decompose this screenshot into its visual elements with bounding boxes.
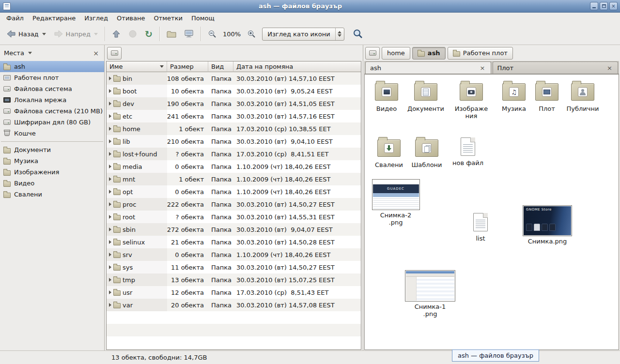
back-button[interactable]: Назад: [3, 27, 49, 41]
file-item-documents[interactable]: Документи: [405, 79, 446, 113]
sidebar-item-Файлова система[interactable]: Файлова система: [0, 83, 104, 94]
expander-icon[interactable]: [109, 139, 111, 143]
view-mode-select[interactable]: Изглед като икони: [262, 28, 344, 41]
close-button[interactable]: ×: [609, 2, 618, 10]
table-row-lost+found[interactable]: lost+found ? обекта Папка 17.03.2010 (ср…: [107, 148, 361, 160]
table-row-bin[interactable]: bin 108 обекта Папка 30.03.2010 (вт) 14,…: [107, 72, 361, 85]
expander-icon[interactable]: [109, 190, 111, 194]
tab-close-icon[interactable]: ×: [606, 65, 613, 71]
root-crumb-button[interactable]: [365, 47, 380, 60]
expander-icon[interactable]: [109, 303, 111, 307]
expander-icon[interactable]: [109, 102, 111, 106]
table-row-var[interactable]: var 20 обекта Папка 30.03.2010 (вт) 14,5…: [107, 299, 361, 311]
tab-close-icon[interactable]: ×: [479, 65, 486, 71]
sidebar-item-Работен плот[interactable]: Работен плот: [0, 72, 104, 83]
column-header-size[interactable]: Размер: [167, 61, 208, 72]
sidebar-item-Шифриран дял (80 GB)[interactable]: Шифриран дял (80 GB): [0, 117, 104, 128]
expander-icon[interactable]: [109, 265, 111, 269]
sidebar-title[interactable]: Места: [4, 49, 24, 57]
sidebar-item-Музика[interactable]: Музика: [0, 155, 104, 167]
zoom-in-button[interactable]: [244, 27, 259, 41]
expander-icon[interactable]: [109, 89, 111, 93]
expander-icon[interactable]: [109, 202, 111, 206]
sidebar-item-Файлова система (210 MB)[interactable]: Файлова система (210 MB): [0, 106, 104, 117]
table-row-sbin[interactable]: sbin 272 обекта Папка 30.03.2010 (вт) 9,…: [107, 223, 361, 236]
table-row-sys[interactable]: sys 11 обекта Папка 30.03.2010 (вт) 14,5…: [107, 261, 361, 273]
table-row-opt[interactable]: opt 0 обекта Папка 1.10.2009 (чт) 18,40,…: [107, 185, 361, 198]
home-button[interactable]: [163, 27, 180, 41]
sidebar-item-Изображения[interactable]: Изображения: [0, 167, 104, 178]
table-row-media[interactable]: media 0 обекта Папка 1.10.2009 (чт) 18,4…: [107, 160, 361, 173]
file-item-pictures[interactable]: Изображения: [450, 79, 493, 120]
tab-plot[interactable]: Плот ×: [493, 61, 619, 74]
table-row-lib[interactable]: lib 210 обекта Папка 30.03.2010 (вт) 9,0…: [107, 135, 361, 148]
expander-icon[interactable]: [109, 152, 111, 156]
table-row-mnt[interactable]: mnt 1 обект Папка 1.10.2009 (чт) 18,40,2…: [107, 173, 361, 185]
file-item-music[interactable]: Музика: [496, 79, 531, 113]
expander-icon[interactable]: [109, 177, 111, 181]
expander-icon[interactable]: [109, 215, 111, 219]
sidebar-item-Кошче[interactable]: Кошче: [0, 128, 104, 139]
tab-ash[interactable]: ash ×: [365, 61, 491, 74]
file-item-snimka-1[interactable]: Снимка-1.png: [402, 270, 459, 318]
table-row-proc[interactable]: proc 222 обекта Папка 30.03.2010 (вт) 14…: [107, 198, 361, 211]
table-row-tmp[interactable]: tmp 13 обекта Папка 30.03.2010 (вт) 15,0…: [107, 273, 361, 286]
sidebar-close-button[interactable]: ×: [92, 49, 100, 57]
maximize-button[interactable]: [600, 2, 608, 10]
root-crumb-button[interactable]: [107, 47, 122, 60]
menu-go[interactable]: Отиване: [112, 13, 149, 23]
table-row-selinux[interactable]: selinux 21 обекта Папка 30.03.2010 (вт) …: [107, 236, 361, 248]
expander-icon[interactable]: [109, 253, 111, 257]
file-item-public[interactable]: Публични: [563, 79, 602, 113]
forward-button[interactable]: Напред: [50, 27, 101, 41]
path-button-desktop[interactable]: Работен плот: [448, 47, 513, 60]
expander-icon[interactable]: [109, 228, 111, 231]
file-item-list[interactable]: list: [464, 211, 497, 243]
menu-file[interactable]: Файл: [2, 13, 28, 23]
column-header-date[interactable]: Дата на промяна: [233, 61, 361, 72]
computer-button[interactable]: [181, 27, 197, 41]
up-button[interactable]: [108, 27, 124, 41]
file-item-desktop[interactable]: Плот: [532, 79, 561, 113]
reload-button[interactable]: ↻: [141, 27, 156, 42]
table-row-dev[interactable]: dev 190 обекта Папка 30.03.2010 (вт) 14,…: [107, 97, 361, 110]
minimize-button[interactable]: [590, 2, 598, 10]
table-row-root[interactable]: root ? обекта Папка 30.03.2010 (вт) 14,5…: [107, 211, 361, 223]
file-item-new-file[interactable]: нов файл: [450, 136, 486, 167]
path-button-ash[interactable]: ash: [412, 47, 446, 60]
expander-icon[interactable]: [109, 76, 111, 80]
column-header-name[interactable]: Име: [107, 61, 167, 72]
zoom-out-button[interactable]: [204, 27, 220, 41]
sidebar-item-Видео[interactable]: Видео: [0, 178, 104, 189]
file-item-snimka-2[interactable]: GUADEC Снимка-2.png: [371, 179, 421, 226]
expander-icon[interactable]: [109, 240, 111, 244]
sidebar-item-Локална мрежа[interactable]: Локална мрежа: [0, 94, 104, 106]
window-menu-icon[interactable]: [3, 2, 11, 10]
menu-help[interactable]: Помощ: [187, 13, 219, 23]
table-row-srv[interactable]: srv 0 обекта Папка 1.10.2009 (чт) 18,40,…: [107, 248, 361, 261]
menu-view[interactable]: Изглед: [80, 13, 112, 23]
column-header-type[interactable]: Вид: [208, 61, 233, 72]
expander-icon[interactable]: [109, 165, 111, 168]
expander-icon[interactable]: [109, 114, 111, 118]
table-row-home[interactable]: home 1 обект Папка 17.03.2010 (ср) 10,38…: [107, 122, 361, 135]
menu-edit[interactable]: Редактиране: [28, 13, 80, 23]
table-row-usr[interactable]: usr 12 обекта Папка 17.03.2010 (ср) 8,51…: [107, 286, 361, 299]
stop-button[interactable]: [125, 27, 140, 41]
expander-icon[interactable]: [109, 278, 111, 282]
file-item-templates[interactable]: Шаблони: [408, 136, 445, 169]
sidebar-item-Документи[interactable]: Документи: [0, 144, 104, 155]
sidebar-item-Свалени[interactable]: Свалени: [0, 189, 104, 200]
table-row-etc[interactable]: etc 241 обекта Папка 30.03.2010 (вт) 14,…: [107, 110, 361, 122]
expander-icon[interactable]: [109, 127, 111, 131]
search-button[interactable]: [349, 26, 367, 42]
file-item-downloads[interactable]: Свалени: [371, 136, 407, 169]
table-row-boot[interactable]: boot 10 обекта Папка 30.03.2010 (вт) 9,0…: [107, 85, 361, 97]
icon-view[interactable]: Видео Документи Изображения Музика Плот: [364, 74, 619, 350]
path-button-home[interactable]: home: [382, 47, 410, 60]
sidebar-item-ash[interactable]: ash: [0, 61, 104, 72]
menu-bookmarks[interactable]: Отметки: [149, 13, 186, 23]
file-item-snimka[interactable]: GNOME Store Снимка.png: [519, 205, 576, 245]
expander-icon[interactable]: [109, 290, 111, 294]
file-item-video[interactable]: Видео: [370, 79, 403, 113]
